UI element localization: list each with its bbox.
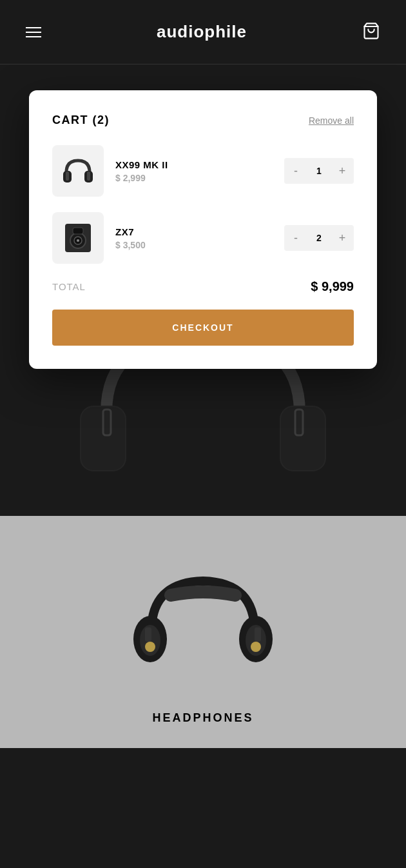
headphones-product-image: [132, 557, 274, 698]
cart-modal: CART (2) Remove all XX99 MK II: [29, 90, 377, 369]
header: audiophile: [0, 0, 406, 64]
item-price: $ 2,999: [115, 173, 273, 183]
cart-total: TOTAL $ 9,999: [52, 279, 354, 294]
item-image-xx99mk2: [52, 145, 104, 197]
svg-rect-8: [87, 172, 90, 181]
item-price: $ 3,500: [115, 240, 273, 250]
qty-increase-zx7[interactable]: +: [331, 225, 354, 251]
qty-value-xx99mk2: 1: [307, 166, 331, 176]
item-name: XX99 MK II: [115, 159, 273, 170]
svg-rect-13: [73, 228, 83, 234]
svg-point-19: [251, 642, 261, 652]
svg-rect-3: [103, 409, 111, 435]
item-info-xx99mk2: XX99 MK II $ 2,999: [115, 159, 273, 183]
qty-increase-xx99mk2[interactable]: +: [331, 158, 354, 184]
qty-value-zx7: 2: [307, 233, 331, 243]
svg-rect-7: [66, 172, 69, 181]
qty-control-zx7: - 2 +: [284, 225, 354, 251]
total-label: TOTAL: [52, 281, 86, 292]
svg-point-12: [77, 239, 79, 242]
svg-rect-20: [145, 627, 151, 642]
headphones-label: HEADPHONES: [152, 711, 253, 725]
item-name: ZX7: [115, 226, 273, 237]
logo: audiophile: [157, 22, 247, 42]
cart-title: CART (2): [52, 113, 110, 127]
cart-icon[interactable]: [362, 22, 380, 43]
hero-section: CART (2) Remove all XX99 MK II: [0, 64, 406, 516]
headphones-section: HEADPHONES: [0, 516, 406, 748]
zx7-product-image: [60, 220, 96, 256]
xx99-product-image: [60, 153, 96, 189]
checkout-button[interactable]: CHECKOUT: [52, 310, 354, 346]
cart-header: CART (2) Remove all: [52, 113, 354, 127]
svg-rect-21: [255, 627, 261, 642]
qty-control-xx99mk2: - 1 +: [284, 158, 354, 184]
hamburger-icon[interactable]: [26, 27, 41, 37]
qty-decrease-xx99mk2[interactable]: -: [284, 158, 307, 184]
item-info-zx7: ZX7 $ 3,500: [115, 226, 273, 250]
cart-item: XX99 MK II $ 2,999 - 1 +: [52, 145, 354, 197]
cart-item: ZX7 $ 3,500 - 2 +: [52, 212, 354, 264]
item-image-zx7: [52, 212, 104, 264]
svg-rect-4: [295, 409, 303, 435]
qty-decrease-zx7[interactable]: -: [284, 225, 307, 251]
svg-point-18: [145, 642, 155, 652]
remove-all-button[interactable]: Remove all: [309, 115, 354, 126]
total-value: $ 9,999: [311, 279, 354, 294]
